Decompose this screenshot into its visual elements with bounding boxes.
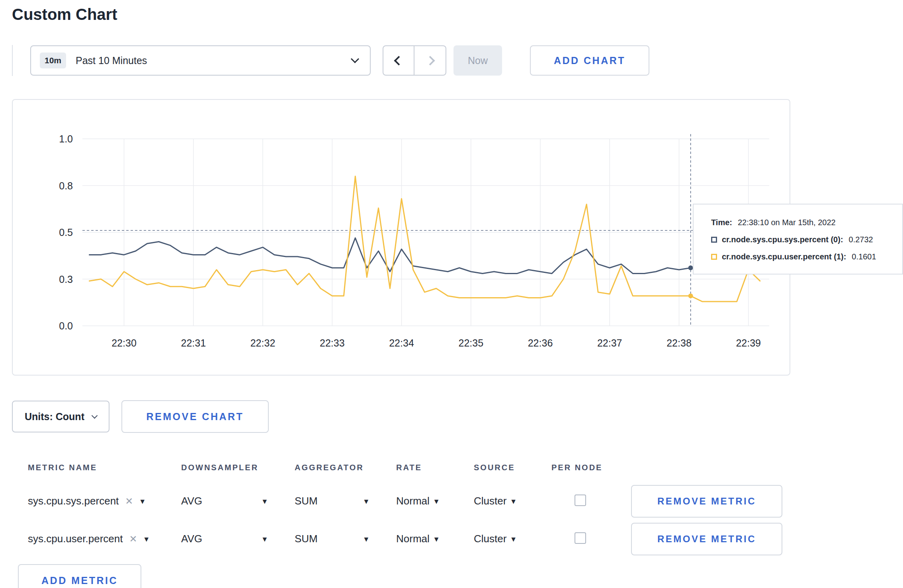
svg-text:22:30: 22:30 [111,337,137,349]
metric-row: sys.cpu.user.percent ✕ ▾ AVG ▾ SUM ▾ Nor… [0,520,790,558]
per-node-checkbox[interactable] [575,495,586,506]
sys-series-swatch-icon [711,237,717,243]
rate-select[interactable]: Normal ▾ [396,533,474,545]
caret-down-icon: ▾ [511,535,516,543]
svg-text:0.3: 0.3 [59,274,73,285]
metrics-table: METRIC NAME DOWNSAMPLER AGGREGATOR RATE … [0,453,790,558]
header-source: SOURCE [474,463,551,472]
per-node-cell [551,495,631,508]
metrics-table-header: METRIC NAME DOWNSAMPLER AGGREGATOR RATE … [0,453,790,482]
tooltip-time-value: 22:38:10 on Mar 15th, 2022 [738,218,836,227]
tooltip-series-value: 0.2732 [849,235,873,244]
header-rate: RATE [396,463,474,472]
tooltip-series-row: cr.node.sys.cpu.sys.percent (0): 0.2732 [711,235,902,244]
chevron-left-icon [394,56,403,65]
rate-value: Normal [396,533,430,545]
metric-row: sys.cpu.sys.percent ✕ ▾ AVG ▾ SUM ▾ Norm… [0,482,790,520]
caret-down-icon: ▾ [262,497,267,505]
svg-text:22:37: 22:37 [597,337,622,349]
source-select[interactable]: Cluster ▾ [474,533,551,545]
remove-chart-button[interactable]: REMOVE CHART [121,400,269,433]
metric-name-select[interactable]: sys.cpu.user.percent ✕ ▾ [28,533,181,545]
aggregator-value: SUM [295,495,318,507]
svg-text:22:36: 22:36 [528,337,553,349]
aggregator-select[interactable]: SUM ▾ [295,533,368,545]
add-metric-button[interactable]: ADD METRIC [18,564,141,588]
rate-select[interactable]: Normal ▾ [396,495,474,507]
downsampler-value: AVG [181,495,202,507]
clear-metric-icon[interactable]: ✕ [125,496,133,507]
metric-name-select[interactable]: sys.cpu.sys.percent ✕ ▾ [28,495,181,507]
svg-text:22:33: 22:33 [320,337,345,349]
downsampler-value: AVG [181,533,202,545]
svg-text:22:32: 22:32 [250,337,276,349]
time-prev-button[interactable] [383,45,414,76]
time-range-badge: 10m [40,53,66,68]
svg-text:0.0: 0.0 [59,320,73,331]
chart-tooltip: Time: 22:38:10 on Mar 15th, 2022 cr.node… [693,204,903,275]
caret-down-icon: ▾ [140,497,145,505]
actions-cell: REMOVE METRIC [631,485,790,518]
svg-text:0.5: 0.5 [59,227,73,238]
svg-text:1.0: 1.0 [59,133,73,144]
user-series-swatch-icon [711,254,717,260]
caret-down-icon: ▾ [434,535,439,543]
remove-metric-button[interactable]: REMOVE METRIC [631,485,782,518]
chart-toolbar: 10m Past 10 Minutes Now ADD CHART [12,45,903,76]
tooltip-time-label: Time: [711,218,732,227]
caret-down-icon: ▾ [364,535,368,543]
tooltip-time-row: Time: 22:38:10 on Mar 15th, 2022 [711,218,902,227]
caret-down-icon: ▾ [434,497,439,505]
rate-value: Normal [396,495,430,507]
header-downsampler: DOWNSAMPLER [181,463,295,472]
chevron-down-icon [351,55,359,63]
add-chart-button[interactable]: ADD CHART [530,45,649,76]
svg-text:22:31: 22:31 [181,337,206,349]
source-value: Cluster [474,533,506,545]
aggregator-select[interactable]: SUM ▾ [295,495,368,507]
time-nav-group [383,45,446,76]
caret-down-icon: ▾ [364,497,368,505]
svg-text:22:39: 22:39 [736,337,761,349]
time-next-button[interactable] [414,45,446,76]
header-per-node: PER NODE [551,463,631,472]
time-range-select[interactable]: 10m Past 10 Minutes [30,45,371,76]
per-node-checkbox[interactable] [575,532,586,544]
aggregator-value: SUM [295,533,318,545]
header-aggregator: AGGREGATOR [295,463,396,472]
time-range-label: Past 10 Minutes [76,55,147,66]
svg-text:0.8: 0.8 [59,180,73,191]
units-label: Units: Count [25,411,84,423]
metric-name-label: sys.cpu.user.percent [28,533,123,545]
metric-name-label: sys.cpu.sys.percent [28,495,119,507]
svg-text:22:35: 22:35 [459,337,484,349]
tooltip-series-label: cr.node.sys.cpu.user.percent (1): [722,252,846,261]
chart-controls: Units: Count REMOVE CHART [12,400,903,433]
tooltip-series-row: cr.node.sys.cpu.user.percent (1): 0.1601 [711,252,902,261]
per-node-cell [551,532,631,545]
remove-metric-button[interactable]: REMOVE METRIC [631,523,782,555]
caret-down-icon: ▾ [145,535,149,543]
header-metric-name: METRIC NAME [28,463,181,472]
caret-down-icon: ▾ [262,535,267,543]
actions-cell: REMOVE METRIC [631,523,790,555]
now-button[interactable]: Now [453,45,502,76]
tooltip-series-label: cr.node.sys.cpu.sys.percent (0): [722,235,843,244]
page-title: Custom Chart [12,6,903,23]
downsampler-select[interactable]: AVG ▾ [181,495,267,507]
units-select[interactable]: Units: Count [12,401,109,432]
chevron-down-icon [92,412,98,419]
source-select[interactable]: Cluster ▾ [474,495,551,507]
clear-metric-icon[interactable]: ✕ [129,533,137,545]
downsampler-select[interactable]: AVG ▾ [181,533,267,545]
chart-card: 22:3022:3122:3222:3322:3422:3522:3622:37… [12,99,790,376]
tooltip-series-value: 0.1601 [852,252,876,261]
chevron-right-icon [425,56,435,65]
caret-down-icon: ▾ [511,497,516,505]
svg-text:22:38: 22:38 [666,337,692,349]
svg-text:22:34: 22:34 [389,337,414,349]
cpu-metrics-chart[interactable]: 22:3022:3122:3222:3322:3422:3522:3622:37… [23,110,777,365]
source-value: Cluster [474,495,506,507]
